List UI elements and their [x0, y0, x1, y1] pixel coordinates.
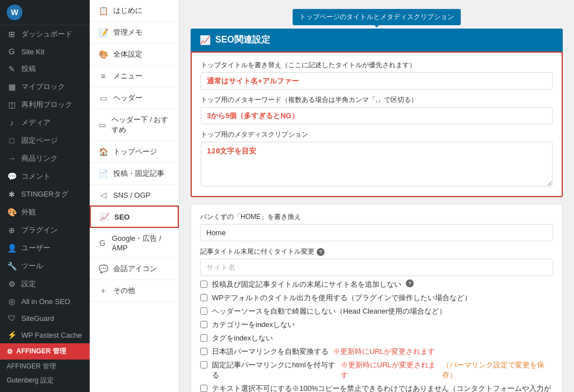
- sidebar: W ⊞ ダッシュボード G Site Kit ✎ 投稿 ▦ マイブロック ◫ 再…: [0, 0, 90, 392]
- callout-box: トップページのタイトルとメタディスクリプション: [293, 9, 461, 25]
- cb4-checkbox[interactable]: [200, 321, 207, 328]
- subnav-item-kanri-memo[interactable]: 📝 管理メモ: [90, 22, 179, 44]
- subnav-item-chat-icon[interactable]: 💬 会話アイコン: [90, 258, 179, 280]
- cb7-item[interactable]: 固定記事パーマリンクにhtmlを付与する ※更新時にURLが変更されます （パー…: [200, 360, 553, 380]
- field1-label: トップタイトルを書き替え（ここに記述したタイトルが優先されます）: [201, 60, 553, 70]
- sidebar-item-myblocks[interactable]: ▦ マイブロック: [0, 78, 90, 96]
- plugins-icon: ⊕: [7, 226, 17, 235]
- sidebar-item-stinger-tags[interactable]: ✱ STINGERタグ: [0, 185, 90, 203]
- subnav-item-sns-ogp[interactable]: ◁ SNS / OGP: [90, 185, 179, 206]
- google-ads-icon: G: [98, 239, 108, 248]
- reuseblocks-icon: ◫: [7, 100, 17, 109]
- media-icon: ♪: [7, 118, 17, 127]
- callout-wrapper: トップページのタイトルとメタディスクリプション: [191, 9, 563, 27]
- sidebar-item-plugins[interactable]: ⊕ プラグイン: [0, 221, 90, 239]
- cb5-item[interactable]: タグをindexしない: [200, 333, 553, 343]
- cb1-help-icon[interactable]: ?: [406, 279, 414, 287]
- cb7-checkbox[interactable]: [200, 361, 207, 368]
- sidebar-item-comments[interactable]: 💬 コメント: [0, 167, 90, 185]
- main-content: トップページのタイトルとメタディスクリプション 📈 SEO関連設定 トップタイト…: [179, 0, 574, 392]
- sidebar-item-sitekit[interactable]: G Site Kit: [0, 43, 90, 60]
- section-header: 📈 SEO関連設定: [191, 29, 563, 52]
- sidebar-item-pages[interactable]: □ 固定ページ: [0, 132, 90, 150]
- cb3-checkbox[interactable]: [200, 307, 207, 315]
- subnav-item-other[interactable]: + その他: [90, 280, 179, 302]
- subnav: 📋 はじめに 📝 管理メモ 🎨 全体設定 ≡ メニュー ▭ ヘッダー ▭ ヘッダ…: [90, 0, 179, 392]
- sidebar-item-appearance[interactable]: 🎨 外観: [0, 203, 90, 221]
- cb8-checkbox[interactable]: [200, 385, 207, 392]
- comments-icon: 💬: [7, 172, 17, 181]
- appearance-icon: 🎨: [7, 208, 17, 217]
- stingertags-icon: ✱: [7, 190, 17, 199]
- affinger-gear-icon: ⚙: [7, 348, 13, 356]
- cb7-note: （パーマリンク設定で変更を保存）: [442, 360, 553, 380]
- cb4-item[interactable]: カテゴリーをindexしない: [200, 320, 553, 330]
- sidebar-logo: W: [0, 0, 90, 25]
- field3-textarea[interactable]: [201, 142, 553, 186]
- wp-logo-icon: W: [7, 4, 22, 20]
- field5-label: 記事タイトル末尾に付くタイトル変更 ?: [200, 247, 553, 256]
- field5-help-icon[interactable]: ?: [317, 248, 325, 256]
- affinger-sub-gutenberg[interactable]: Gutenberg 設定: [0, 374, 90, 388]
- field1-input[interactable]: [201, 72, 553, 90]
- subnav-item-google-ads[interactable]: G Google・広告 / AMP: [90, 228, 179, 258]
- users-icon: 👤: [7, 244, 17, 253]
- sidebar-item-posts[interactable]: ✎ 投稿: [0, 60, 90, 78]
- cb1-item[interactable]: 投稿及び固定記事タイトルの末尾にサイト名を追加しない ?: [200, 279, 553, 290]
- sidebar-item-siteguard[interactable]: 🛡 SiteGuard: [0, 310, 90, 326]
- subnav-item-header-bottom[interactable]: ▭ ヘッダー下 / おすすめ: [90, 109, 179, 141]
- seo-icon: 📈: [99, 212, 110, 221]
- hajimeni-icon: 📋: [98, 6, 109, 15]
- seo-red-box: トップタイトルを書き替え（ここに記述したタイトルが優先されます） トップ用のメタ…: [191, 52, 563, 197]
- cb8-item[interactable]: テキスト選択不可にする※100%コピーを禁止できるわけではありません（コンタクト…: [200, 384, 553, 392]
- sidebar-item-media[interactable]: ♪ メディア: [0, 114, 90, 132]
- cb1-checkbox[interactable]: [200, 281, 207, 288]
- subnav-item-header[interactable]: ▭ ヘッダー: [90, 87, 179, 109]
- cb6-warning: ※更新時にURLが変更されます: [333, 347, 435, 357]
- field2-input[interactable]: [201, 107, 553, 124]
- sidebar-item-wp-fastest-cache[interactable]: ⚡ WP Fastest Cache: [0, 326, 90, 343]
- aioseo-icon: ◎: [7, 297, 17, 306]
- sns-ogp-icon: ◁: [98, 190, 109, 199]
- field5-input[interactable]: [200, 259, 553, 276]
- zentai-icon: 🎨: [98, 50, 109, 59]
- cb2-item[interactable]: WPデフォルトのタイトル出力を使用する（プラグインで操作したい場合など）: [200, 293, 553, 303]
- menu-icon: ≡: [98, 72, 109, 81]
- sidebar-item-dashboard[interactable]: ⊞ ダッシュボード: [0, 25, 90, 43]
- affinger-admin-button[interactable]: ⚙ AFFINGER 管理: [0, 343, 90, 360]
- subnav-item-top-page[interactable]: 🏠 トップページ: [90, 141, 179, 163]
- sidebar-item-settings[interactable]: ⚙ 設定: [0, 275, 90, 293]
- productlinks-icon: →: [7, 154, 17, 163]
- subnav-item-hajimeni[interactable]: 📋 はじめに: [90, 0, 179, 22]
- other-icon: +: [98, 286, 109, 295]
- field4-input[interactable]: [200, 224, 553, 241]
- dashboard-icon: ⊞: [7, 30, 17, 39]
- wpfastestcache-icon: ⚡: [7, 330, 17, 339]
- cb6-checkbox[interactable]: [200, 348, 207, 355]
- field3-label: トップ用のメタディスクリプション: [201, 130, 553, 139]
- pages-icon: □: [7, 136, 17, 145]
- cb7-warning: ※更新時にURLが変更されます: [341, 360, 438, 380]
- sidebar-item-aio-seo[interactable]: ◎ All in One SEO: [0, 293, 90, 310]
- settings-icon: ⚙: [7, 279, 17, 288]
- myblocks-icon: ▦: [7, 82, 17, 91]
- subnav-item-posts-fixed[interactable]: 📄 投稿・固定記事: [90, 163, 179, 185]
- tools-icon: 🔧: [7, 262, 17, 270]
- sitekit-icon: G: [7, 47, 17, 56]
- sidebar-item-product-links[interactable]: → 商品リンク: [0, 150, 90, 167]
- cb6-item[interactable]: 日本語パーマリンクを自動変換する ※更新時にURLが変更されます: [200, 347, 553, 357]
- cb3-item[interactable]: ヘッダーソースを自動で綺麗にしない（Head Cleaner使用の場合など）: [200, 306, 553, 316]
- subnav-item-seo[interactable]: 📈 SEO: [90, 206, 179, 228]
- regular-content-area: パンくずの「HOME」を書き換え 記事タイトル末尾に付くタイトル変更 ? 投稿及…: [191, 204, 563, 392]
- sidebar-item-users[interactable]: 👤 ユーザー: [0, 239, 90, 257]
- cb5-checkbox[interactable]: [200, 334, 207, 342]
- header-bottom-icon: ▭: [98, 120, 107, 129]
- affinger-sub-admin[interactable]: AFFINGER 管理: [0, 360, 90, 374]
- field4-label: パンくずの「HOME」を書き換え: [200, 212, 553, 222]
- subnav-item-zentai[interactable]: 🎨 全体設定: [90, 44, 179, 66]
- posts-icon: ✎: [7, 64, 17, 73]
- cb2-checkbox[interactable]: [200, 294, 207, 301]
- subnav-item-menu[interactable]: ≡ メニュー: [90, 66, 179, 87]
- sidebar-item-reuse-blocks[interactable]: ◫ 再利用ブロック: [0, 96, 90, 114]
- sidebar-item-tools[interactable]: 🔧 ツール: [0, 257, 90, 275]
